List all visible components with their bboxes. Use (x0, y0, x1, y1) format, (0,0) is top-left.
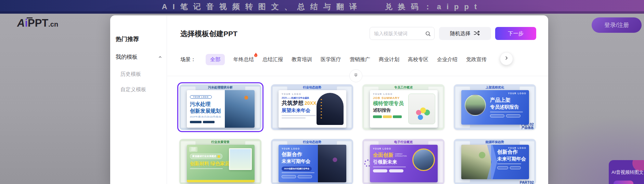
promo-banner: AI笔记音视频转图文、总结与翻译 兑换码：aippt (0, 0, 644, 14)
tab-label: 年终总结 (233, 56, 254, 62)
tab-party-publicity[interactable]: 党政宣传 (466, 56, 487, 63)
template-subtitle: 202X年|度|水|污|染|治|理|规|划 (190, 115, 226, 118)
decoration (373, 167, 406, 167)
tab-marketing[interactable]: 营销推广 (350, 56, 370, 63)
tabs-next-button[interactable] (500, 52, 513, 65)
logo-ppt: PPT (28, 17, 48, 29)
template-eyebrow-pill: 家居建材行业发展概述 (190, 154, 222, 159)
selected-template-ring[interactable]: 污水处理现状分析 YOUR LOGO 污水处理创新发展规划 202X年|度|水|… (177, 82, 263, 132)
decoration (190, 121, 202, 123)
tab-education-training[interactable]: 教育培训 (292, 56, 312, 63)
chevron-up-icon (158, 54, 162, 60)
corner-line-2: 产品信息 (521, 126, 534, 130)
random-select-button[interactable]: 随机选择 (439, 27, 491, 40)
template-photo (412, 148, 435, 171)
sidebar-item-history-templates[interactable]: 历史模板 (120, 71, 141, 77)
sidebar-item-custom-templates[interactable]: 自定义模板 (120, 86, 146, 93)
template-title: 创新合作 未来可期年会 (497, 149, 526, 169)
template-top-label: 行业动态趋势 (271, 85, 353, 90)
template-cover: YOUR LOGO 创新合作 未来可期年会 202X创新合作机械行业年会 (279, 145, 346, 182)
scene-tabs: 场景： 全部 年终总结 总结汇报 教育培训 医学医疗 营销推广 商业计划 高校专… (180, 54, 487, 65)
template-top-label: 专员工作概述 (362, 85, 445, 90)
template-cover: YOUR LOGO 污水处理创新发展规划 202X年|度|水|污|染|治|理|规… (187, 90, 255, 128)
decoration (510, 166, 521, 169)
expand-tabs-button[interactable] (349, 69, 362, 82)
template-search (370, 27, 435, 40)
template-card-cooperation-blue[interactable]: 行业动态趋势 YOUR LOGO 创新合作 未来可期年会 202X创新合作机械行… (271, 139, 353, 184)
sidebar-item-label: 我的模板 (116, 54, 138, 61)
template-top-label: 污水处理现状分析 (179, 85, 261, 90)
login-register-button[interactable]: 登录/注册 (592, 17, 642, 33)
template-corner-label: PART02 (520, 180, 534, 184)
decoration (383, 115, 392, 118)
random-select-label: 随机选择 (450, 30, 471, 37)
template-card-purple-innovation[interactable]: 电子行业概览 YOUR LOGO 全面创新COMPANY INTRODUCTIO… (362, 139, 445, 184)
promo-code-text: 兑换码：aippt (385, 2, 482, 12)
template-cover: YOUR LOGO 202X——机械行业年会盛典 共筑梦想20XX 展望未来年会 (279, 90, 346, 128)
template-logo: YOUR LOGO (190, 95, 212, 99)
check-icon (218, 155, 220, 158)
tab-college[interactable]: 高校专区 (408, 56, 428, 63)
decoration (282, 117, 306, 118)
widget-label: AI音视频转图文 (611, 169, 644, 175)
tab-all[interactable]: 全部 (206, 54, 225, 65)
decoration (490, 112, 523, 112)
tab-company-intro[interactable]: 企业介绍 (437, 56, 458, 63)
search-input[interactable] (370, 27, 434, 40)
template-card-product-listing[interactable]: 上架流程优化 Part.02 产品信息 YOUR LOGO 产品上架 专员述职报… (454, 84, 536, 130)
template-card-sewage[interactable]: 污水处理现状分析 YOUR LOGO 污水处理创新发展规划 202X年|度|水|… (179, 84, 261, 130)
template-card-green-home[interactable]: 行业发展背景 YOUR LOGO 家居建材行业发展概述 创新材料 绿色家居 (179, 139, 261, 184)
scene-label: 场景： (180, 56, 196, 63)
template-logo: YOUR LOGO (508, 92, 526, 95)
tab-medical[interactable]: 医学医疗 (321, 56, 341, 63)
page-background: AiPPT.cn 登录/注册 热门推荐 我的模板 历史模板 自定义模板 选择模板… (0, 14, 644, 184)
template-top-label: 行业发展背景 (179, 140, 261, 144)
template-cover: YOUR LOGO 产品上架 专员述职报告 (461, 90, 529, 125)
tab-business-plan[interactable]: 商业计划 (379, 56, 399, 63)
template-cover: YOUR LOGO 家居建材行业发展概述 创新材料 绿色家居 (187, 145, 255, 182)
sidebar-item-my-templates[interactable]: 我的模板 (116, 54, 162, 61)
title-accent: 20XX (305, 100, 316, 106)
template-top-label: 上架流程优化 (454, 85, 536, 90)
title-note: COMPANY INTRODUCTION (395, 153, 409, 157)
decoration (190, 168, 223, 169)
sidebar-item-hot-recommend[interactable]: 热门推荐 (116, 35, 139, 43)
ai-media-widget[interactable]: AI音视频转图文 (609, 160, 644, 184)
decoration (373, 169, 387, 172)
template-card-model-specialist[interactable]: 专员工作概述 YOUR LOGO JOB SUMMARY 模特管理专员 述职报告 (362, 84, 445, 130)
template-top-label: 能源环保趋势 (454, 140, 536, 144)
search-icon[interactable] (425, 31, 431, 38)
title-line-1: 污水处理 (190, 101, 210, 107)
decoration (497, 166, 508, 169)
next-step-button[interactable]: 下一步 (495, 27, 536, 40)
tab-summary-report[interactable]: 总结汇报 (262, 56, 283, 63)
logo-letter-i: i (25, 17, 28, 29)
template-eyebrow: 家居建材行业发展概述 (192, 155, 216, 158)
template-photo (408, 94, 435, 124)
decoration (282, 115, 316, 116)
template-picker-modal: 热门推荐 我的模板 历史模板 自定义模板 选择模板创建PPT 随机选择 下一步 … (110, 15, 548, 184)
decoration (187, 180, 255, 182)
title-line-1: 共筑梦想 (282, 100, 304, 106)
modal-main: 选择模板创建PPT 随机选择 下一步 场景： 全部 年终总结 总结汇报 教育培训 (167, 15, 548, 184)
aippt-logo[interactable]: AiPPT.cn (17, 18, 58, 28)
decoration (203, 121, 215, 123)
template-photo (461, 145, 491, 179)
template-photo (317, 93, 344, 125)
decoration (389, 169, 403, 172)
decoration (614, 181, 633, 184)
shuffle-icon (474, 30, 480, 37)
chevron-right-icon (504, 56, 509, 62)
template-photo (318, 145, 346, 182)
decoration (373, 115, 382, 118)
corner-line-1: PART02 (520, 180, 534, 184)
template-card-machinery-party[interactable]: 行业动态趋势 YOUR LOGO 202X——机械行业年会盛典 共筑梦想20XX… (271, 84, 353, 130)
title-line-2: 创新发展规划 (190, 108, 221, 114)
decoration (393, 115, 402, 118)
template-card-energy-cooperation[interactable]: 能源环保趋势 PART02 YOUR LOGO 创新合作 未来可期年会 (454, 139, 536, 184)
logo-letter-a: A (17, 17, 25, 29)
tab-year-end-summary[interactable]: 年终总结 (233, 56, 254, 63)
title-line-1: 创新合作 (497, 149, 526, 155)
template-top-label: 电子行业概览 (362, 140, 445, 144)
page-title: 选择模板创建PPT (180, 29, 237, 39)
